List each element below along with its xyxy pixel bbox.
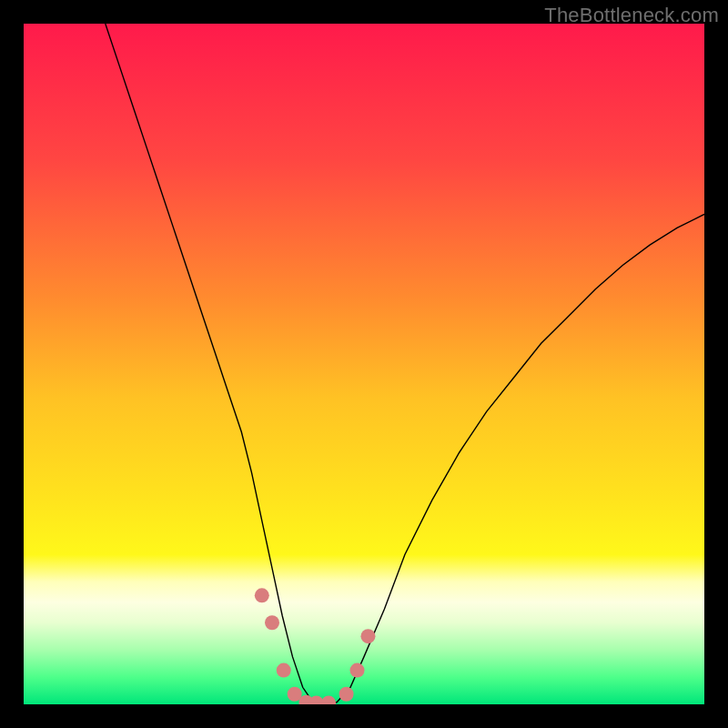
marker-dot	[321, 696, 336, 705]
marker-dot	[277, 663, 291, 678]
marker-dot	[265, 615, 279, 630]
curve-layer	[24, 24, 704, 704]
marker-dot	[350, 663, 365, 678]
marker-dot	[360, 629, 375, 643]
bottleneck-curve	[106, 24, 704, 704]
chart-root: TheBottleneck.com	[0, 0, 728, 728]
plot-area	[24, 24, 704, 704]
watermark-text: TheBottleneck.com	[544, 4, 719, 27]
marker-dot	[255, 588, 269, 602]
bottom-markers	[255, 588, 376, 704]
marker-dot	[339, 687, 354, 702]
